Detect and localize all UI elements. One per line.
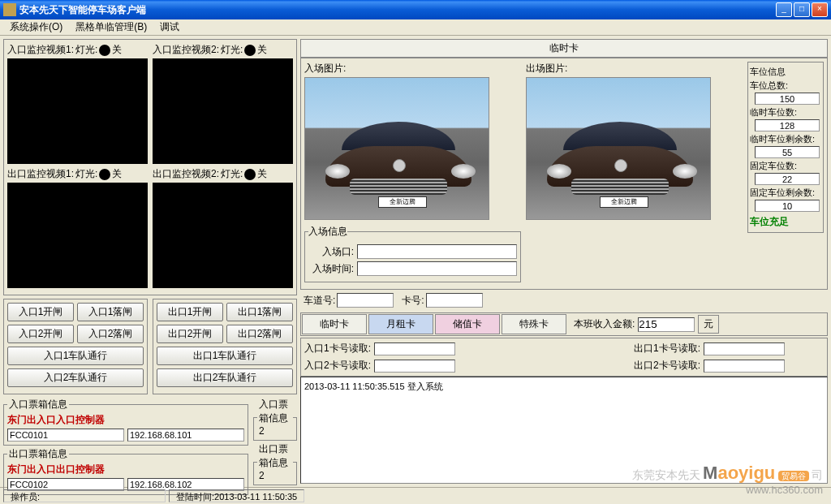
entry-photo[interactable]: 全新迈腾	[304, 77, 489, 220]
in1-close-button[interactable]: 入口1落闸	[77, 303, 144, 321]
in1-queue-button[interactable]: 入口1车队通行	[7, 347, 144, 365]
exit-controller-label: 东门出入口出口控制器	[7, 463, 244, 476]
video-feed-out2[interactable]	[153, 183, 293, 288]
photo-section: 入场图片: 全新迈腾 入场信息 入场口:	[300, 58, 828, 290]
right-panel: 临时卡 入场图片: 全新迈腾 入场信息	[300, 36, 831, 487]
out2-close-button[interactable]: 出口2落闸	[226, 325, 293, 343]
menu-blacklist[interactable]: 黑格单临管理(B)	[69, 19, 153, 36]
video-out1: 出口监控视频1: 灯光: 关	[7, 167, 148, 288]
video-in2-label: 入口监控视频2:	[153, 43, 219, 57]
stat-temp-remain: 55	[755, 146, 820, 158]
window-titlebar: 安本先天下智能停车场客户端 _ □ ×	[0, 0, 831, 19]
income-field[interactable]	[638, 317, 695, 332]
out1-open-button[interactable]: 出口1开闸	[157, 303, 223, 321]
stat-fixed-remain: 10	[755, 200, 820, 212]
status-dot-icon	[244, 169, 256, 180]
status-dot-icon	[99, 169, 110, 180]
exit-photo[interactable]: 全新迈腾	[526, 77, 711, 220]
video-out1-label: 出口监控视频1:	[7, 167, 74, 181]
gate-control-section: 入口1开闸 入口1落闸 入口2开闸 入口2落闸 入口1车队通行 入口2车队通行 …	[3, 299, 297, 394]
statusbar: 操作员: 登陆时间:2013-03-11 11:50:35	[0, 487, 831, 503]
status-operator: 操作员:	[3, 489, 166, 502]
status-dot-icon	[99, 45, 110, 56]
exit-box-info2: 出口票箱信息2	[253, 442, 297, 485]
in1-open-button[interactable]: 入口1开闸	[7, 303, 74, 321]
stats-column: 车位信息 车位总数: 150 临时车位数: 128 临时车位剩余数: 55 固	[747, 62, 824, 286]
card-read-out1[interactable]	[704, 342, 785, 355]
card-type-tabs: 临时卡 月租卡 储值卡 特殊卡 本班收入金额: 元	[300, 312, 828, 336]
video-in1: 入口监控视频1: 灯光: 关	[7, 43, 148, 164]
video-feed-out1[interactable]	[7, 183, 148, 288]
left-panel: 入口监控视频1: 灯光: 关 入口监控视频2: 灯光: 关	[0, 36, 300, 487]
minimize-button[interactable]: _	[776, 2, 792, 17]
log-box[interactable]: 2013-03-11 11:50:35.515 登入系统	[300, 377, 828, 484]
video-grid: 入口监控视频1: 灯光: 关 入口监控视频2: 灯光: 关	[3, 39, 297, 295]
menu-system[interactable]: 系统操作(O)	[3, 19, 69, 36]
exit-control: 出口1开闸 出口1落闸 出口2开闸 出口2落闸 出口1车队通行 出口2车队通行	[153, 299, 297, 394]
out1-queue-button[interactable]: 出口1车队通行	[157, 347, 293, 365]
stat-total: 150	[755, 93, 820, 105]
entry-control: 入口1开闸 入口1落闸 入口2开闸 入口2落闸 入口1车队通行 入口2车队通行	[3, 299, 148, 394]
lane-card-fields: 车道号: 卡号:	[300, 290, 828, 311]
card-type-header: 临时卡	[300, 39, 828, 58]
exit-photo-label: 出场图片:	[526, 62, 743, 75]
video-in1-label: 入口监控视频1:	[7, 43, 74, 57]
card-read-section: 入口1卡号读取: 入口2卡号读取: 出口1卡号读取: 出口2卡号读取:	[300, 338, 828, 377]
card-read-out2[interactable]	[704, 360, 785, 373]
tab-temp[interactable]: 临时卡	[302, 314, 367, 334]
stat-warning: 车位充足	[750, 215, 821, 229]
in2-close-button[interactable]: 入口2落闸	[77, 325, 144, 343]
video-out2: 出口监控视频2: 灯光: 关	[153, 167, 293, 288]
tab-special[interactable]: 特殊卡	[502, 314, 566, 334]
entry-box-info2: 入口票箱信息2	[253, 398, 297, 441]
out1-close-button[interactable]: 出口1落闸	[226, 303, 293, 321]
maximize-button[interactable]: □	[794, 2, 810, 17]
out2-queue-button[interactable]: 出口2车队通行	[157, 368, 293, 387]
exit-box-info: 出口票箱信息 东门出入口出口控制器	[3, 447, 248, 495]
stats-box: 车位信息 车位总数: 150 临时车位数: 128 临时车位剩余数: 55 固	[747, 62, 824, 233]
card-read-in2[interactable]	[374, 360, 455, 373]
video-feed-in2[interactable]	[153, 58, 293, 164]
close-button[interactable]: ×	[812, 2, 828, 17]
out2-open-button[interactable]: 出口2开闸	[157, 325, 223, 343]
entry-info-box: 入场信息 入场口: 入场时间:	[304, 225, 521, 282]
menubar: 系统操作(O) 黑格单临管理(B) 调试	[0, 19, 831, 36]
entry-ip-field[interactable]	[127, 429, 244, 442]
tab-month[interactable]: 月租卡	[368, 314, 433, 334]
video-out2-label: 出口监控视频2:	[153, 167, 219, 181]
menu-debug[interactable]: 调试	[153, 19, 186, 36]
tab-stored[interactable]: 储值卡	[435, 314, 500, 334]
stat-fixed: 22	[755, 173, 820, 185]
card-field[interactable]	[426, 293, 483, 308]
entry-photo-label: 入场图片:	[304, 62, 521, 75]
in2-queue-button[interactable]: 入口2车队通行	[7, 368, 144, 387]
entry-controller-label: 东门出入口入口控制器	[7, 413, 244, 427]
lane-field[interactable]	[337, 293, 394, 308]
video-feed-in1[interactable]	[7, 58, 148, 164]
entry-gate-field[interactable]	[357, 244, 517, 259]
app-icon	[3, 3, 16, 16]
entry-code-field[interactable]	[7, 429, 124, 442]
in2-open-button[interactable]: 入口2开闸	[7, 325, 74, 343]
entry-time-field[interactable]	[357, 261, 517, 276]
log-line: 2013-03-11 11:50:35.515 登入系统	[304, 381, 824, 393]
window-title: 安本先天下智能停车场客户端	[19, 3, 776, 17]
entry-box-info: 入口票箱信息 东门出入口入口控制器	[3, 398, 248, 446]
card-read-in1[interactable]	[374, 342, 455, 355]
video-in2: 入口监控视频2: 灯光: 关	[153, 43, 293, 164]
status-dot-icon	[244, 45, 256, 56]
stat-remain: 128	[755, 119, 820, 131]
